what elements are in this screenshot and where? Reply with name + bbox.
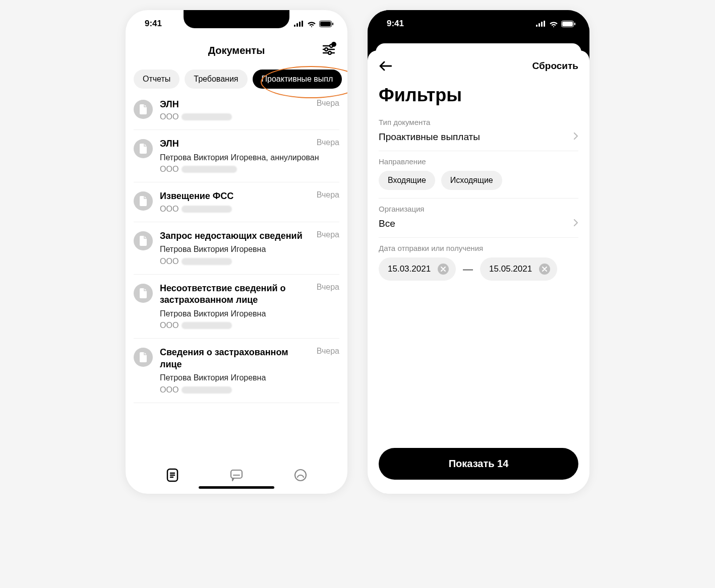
apply-button[interactable]: Показать 14: [379, 448, 578, 480]
svg-rect-5: [320, 22, 331, 26]
page-title: Документы: [208, 45, 265, 56]
org-prefix: ООО: [160, 257, 178, 266]
item-date: Вчера: [317, 99, 339, 108]
item-title: ЭЛН: [160, 99, 179, 110]
tab-profile[interactable]: [293, 468, 308, 485]
chat-tab-icon: [229, 468, 244, 483]
chevron-right-icon: [573, 219, 578, 229]
svg-rect-21: [539, 23, 540, 27]
redacted-org-icon: [182, 322, 232, 329]
filters-title: Фильтры: [368, 77, 589, 112]
filter-label: Тип документа: [379, 118, 578, 126]
item-date: Вчера: [317, 138, 339, 147]
filter-active-dot-icon: [331, 42, 336, 47]
item-title: Сведения о застрахованном лице: [160, 347, 311, 370]
tab-documents[interactable]: [165, 468, 180, 485]
chip-outgoing[interactable]: Исходящие: [441, 171, 502, 190]
item-body: Сведения о застрахованном лице Вчера Пет…: [160, 347, 339, 394]
org-prefix: ООО: [160, 385, 178, 395]
item-person: Петрова Виктория Игоревна: [160, 372, 339, 383]
phone-documents: 9:41 Документы Отчеты Требования Проакти…: [126, 10, 347, 494]
notch: [184, 10, 289, 28]
battery-icon: [561, 21, 575, 27]
svg-rect-0: [294, 25, 295, 27]
svg-rect-22: [541, 22, 543, 27]
list-item[interactable]: ЭЛН Вчера Петрова Виктория Игоревна, анн…: [134, 130, 339, 182]
filters-sheet: Сбросить Фильтры Тип документа Проактивн…: [368, 50, 589, 494]
filter-direction: Направление Входящие Исходящие: [368, 151, 589, 198]
document-icon: [134, 139, 153, 158]
list-item[interactable]: Извещение ФСС Вчера ООО: [134, 182, 339, 222]
list-item[interactable]: Сведения о застрахованном лице Вчера Пет…: [134, 339, 339, 403]
chip-incoming[interactable]: Входящие: [379, 171, 435, 190]
header: Документы: [126, 37, 347, 63]
close-icon: [441, 267, 446, 272]
item-date: Вчера: [317, 190, 339, 200]
wifi-icon: [549, 21, 558, 27]
redacted-org-icon: [182, 113, 232, 120]
item-subtitle: Петрова Виктория Игоревна, аннулирован: [160, 152, 339, 163]
filter-doc-type[interactable]: Тип документа Проактивные выплаты: [368, 112, 589, 151]
item-person: Петрова Виктория Игоревна: [160, 308, 339, 319]
document-icon: [134, 231, 153, 250]
clear-date-from-button[interactable]: [438, 264, 449, 275]
chip-proactive-payments[interactable]: Проактивные выпл: [253, 70, 342, 89]
document-icon: [134, 284, 153, 303]
item-date: Вчера: [317, 347, 339, 356]
item-title: Запрос недостающих сведений: [160, 230, 303, 242]
document-icon: [134, 100, 153, 119]
item-person: Петрова Виктория Игоревна: [160, 244, 339, 255]
svg-rect-1: [296, 23, 298, 27]
date-from-input[interactable]: 15.03.2021: [379, 257, 456, 281]
svg-rect-25: [562, 22, 573, 26]
profile-tab-icon: [293, 468, 308, 483]
redacted-org-icon: [182, 206, 232, 213]
document-icon: [134, 191, 153, 211]
item-body: ЭЛН Вчера Петрова Виктория Игоревна, анн…: [160, 138, 339, 174]
svg-rect-17: [231, 470, 242, 478]
filter-label: Дата отправки или получения: [379, 244, 578, 252]
chevron-right-icon: [573, 132, 578, 142]
filter-value: Все: [379, 218, 395, 229]
list-item[interactable]: Запрос недостающих сведений Вчера Петров…: [134, 222, 339, 275]
item-date: Вчера: [317, 283, 339, 292]
reset-button[interactable]: Сбросить: [532, 60, 578, 72]
filter-date: Дата отправки или получения 15.03.2021 —…: [368, 238, 589, 289]
list-item[interactable]: Несоответствие сведений о застрахованном…: [134, 275, 339, 339]
item-org: ООО: [160, 165, 339, 174]
redacted-org-icon: [182, 386, 232, 394]
filter-button[interactable]: [322, 44, 335, 57]
status-indicators: [536, 21, 575, 27]
chips-row: Отчеты Требования Проактивные выпл: [126, 63, 347, 94]
org-prefix: ООО: [160, 205, 178, 214]
status-time: 9:41: [387, 19, 404, 29]
status-indicators: [294, 21, 333, 27]
svg-rect-20: [536, 25, 538, 27]
document-list[interactable]: ЭЛН Вчера ООО ЭЛН Вчера Петрова Виктория…: [126, 94, 347, 459]
org-prefix: ООО: [160, 165, 178, 174]
svg-rect-2: [299, 22, 301, 27]
item-date: Вчера: [317, 230, 339, 239]
document-icon: [134, 348, 153, 367]
close-icon: [542, 267, 547, 272]
list-item[interactable]: ЭЛН Вчера ООО: [134, 94, 339, 130]
back-button[interactable]: [379, 60, 392, 72]
item-title: Несоответствие сведений о застрахованном…: [160, 283, 311, 306]
date-from-value: 15.03.2021: [388, 264, 431, 274]
chip-requirements[interactable]: Требования: [185, 70, 247, 89]
phone-filters: 9:41 Сбросить Фильтры Тип документа Проа…: [368, 10, 589, 494]
redacted-org-icon: [182, 258, 232, 265]
clear-date-to-button[interactable]: [539, 264, 550, 275]
item-title: ЭЛН: [160, 138, 179, 150]
item-org: ООО: [160, 321, 339, 330]
date-to-input[interactable]: 15.05.2021: [480, 257, 557, 281]
item-body: Запрос недостающих сведений Вчера Петров…: [160, 230, 339, 266]
cellular-icon: [536, 21, 546, 27]
tab-chat[interactable]: [229, 468, 244, 485]
chip-reports[interactable]: Отчеты: [134, 70, 180, 89]
cellular-icon: [294, 21, 304, 27]
svg-point-12: [328, 51, 331, 54]
filter-organization[interactable]: Организация Все: [368, 199, 589, 237]
filter-label: Направление: [379, 157, 578, 166]
redacted-org-icon: [182, 166, 237, 173]
